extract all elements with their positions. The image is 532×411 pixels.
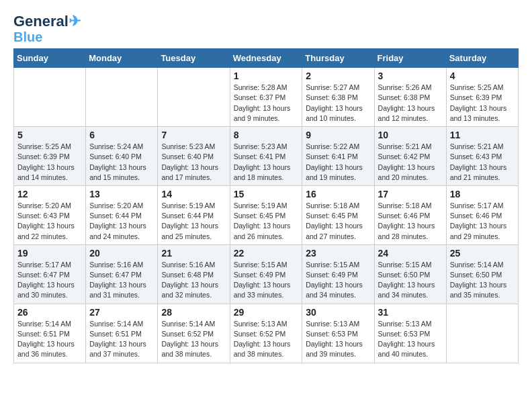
calendar-cell: 9Sunrise: 5:22 AM Sunset: 6:41 PM Daylig… [302, 127, 374, 186]
calendar-week-row: 1Sunrise: 5:28 AM Sunset: 6:37 PM Daylig… [14, 68, 519, 127]
calendar-cell: 8Sunrise: 5:23 AM Sunset: 6:41 PM Daylig… [230, 127, 302, 186]
calendar-cell: 31Sunrise: 5:13 AM Sunset: 6:53 PM Dayli… [374, 304, 446, 363]
day-number: 15 [234, 189, 299, 199]
calendar-cell: 15Sunrise: 5:19 AM Sunset: 6:45 PM Dayli… [230, 185, 302, 244]
column-header-sunday: Sunday [14, 49, 86, 68]
day-number: 24 [378, 248, 443, 259]
day-detail: Sunrise: 5:19 AM Sunset: 6:45 PM Dayligh… [234, 201, 299, 242]
calendar-cell: 24Sunrise: 5:15 AM Sunset: 6:50 PM Dayli… [374, 244, 446, 304]
calendar-cell: 4Sunrise: 5:25 AM Sunset: 6:39 PM Daylig… [446, 68, 518, 127]
day-detail: Sunrise: 5:23 AM Sunset: 6:41 PM Dayligh… [234, 142, 299, 183]
day-detail: Sunrise: 5:16 AM Sunset: 6:47 PM Dayligh… [89, 260, 154, 301]
day-number: 8 [234, 130, 299, 140]
day-detail: Sunrise: 5:18 AM Sunset: 6:45 PM Dayligh… [306, 201, 370, 242]
day-number: 22 [234, 248, 299, 259]
column-header-monday: Monday [86, 49, 158, 68]
day-detail: Sunrise: 5:14 AM Sunset: 6:50 PM Dayligh… [450, 260, 515, 301]
calendar-cell: 5Sunrise: 5:25 AM Sunset: 6:39 PM Daylig… [14, 127, 86, 186]
calendar-cell [158, 68, 230, 127]
day-detail: Sunrise: 5:21 AM Sunset: 6:42 PM Dayligh… [378, 142, 443, 183]
calendar-cell: 29Sunrise: 5:13 AM Sunset: 6:52 PM Dayli… [230, 304, 302, 363]
day-detail: Sunrise: 5:15 AM Sunset: 6:49 PM Dayligh… [306, 260, 370, 301]
day-number: 12 [17, 189, 82, 199]
day-number: 2 [306, 71, 370, 81]
day-number: 9 [306, 130, 370, 140]
day-detail: Sunrise: 5:17 AM Sunset: 6:46 PM Dayligh… [450, 201, 515, 242]
calendar-table: SundayMondayTuesdayWednesdayThursdayFrid… [13, 48, 519, 363]
day-number: 6 [89, 130, 154, 140]
day-detail: Sunrise: 5:13 AM Sunset: 6:52 PM Dayligh… [234, 319, 299, 360]
calendar-cell: 21Sunrise: 5:16 AM Sunset: 6:48 PM Dayli… [158, 244, 230, 304]
calendar-cell [446, 304, 518, 363]
day-detail: Sunrise: 5:20 AM Sunset: 6:44 PM Dayligh… [89, 201, 154, 242]
day-number: 10 [378, 130, 443, 140]
calendar-week-row: 19Sunrise: 5:17 AM Sunset: 6:47 PM Dayli… [14, 244, 519, 304]
day-number: 7 [161, 130, 226, 140]
day-detail: Sunrise: 5:24 AM Sunset: 6:40 PM Dayligh… [89, 142, 154, 183]
day-detail: Sunrise: 5:28 AM Sunset: 6:37 PM Dayligh… [234, 83, 299, 124]
day-number: 21 [161, 248, 226, 259]
day-detail: Sunrise: 5:16 AM Sunset: 6:48 PM Dayligh… [161, 260, 226, 301]
calendar-cell: 18Sunrise: 5:17 AM Sunset: 6:46 PM Dayli… [446, 185, 518, 244]
day-number: 18 [450, 189, 515, 199]
calendar-cell: 17Sunrise: 5:18 AM Sunset: 6:46 PM Dayli… [374, 185, 446, 244]
day-detail: Sunrise: 5:14 AM Sunset: 6:51 PM Dayligh… [17, 319, 82, 360]
day-detail: Sunrise: 5:18 AM Sunset: 6:46 PM Dayligh… [378, 201, 443, 242]
day-detail: Sunrise: 5:15 AM Sunset: 6:50 PM Dayligh… [378, 260, 443, 301]
day-number: 26 [17, 307, 82, 318]
logo-text: General✈ [13, 13, 81, 30]
day-detail: Sunrise: 5:19 AM Sunset: 6:44 PM Dayligh… [161, 201, 226, 242]
calendar-week-row: 5Sunrise: 5:25 AM Sunset: 6:39 PM Daylig… [14, 127, 519, 186]
calendar-header-row: SundayMondayTuesdayWednesdayThursdayFrid… [14, 49, 519, 68]
calendar-cell [14, 68, 86, 127]
calendar-cell: 27Sunrise: 5:14 AM Sunset: 6:51 PM Dayli… [86, 304, 158, 363]
day-number: 13 [89, 189, 154, 199]
day-number: 28 [161, 307, 226, 318]
day-number: 27 [89, 307, 154, 318]
day-number: 20 [89, 248, 154, 259]
day-detail: Sunrise: 5:21 AM Sunset: 6:43 PM Dayligh… [450, 142, 515, 183]
day-detail: Sunrise: 5:26 AM Sunset: 6:38 PM Dayligh… [378, 83, 443, 124]
day-number: 29 [234, 307, 299, 318]
day-number: 16 [306, 189, 370, 199]
day-number: 23 [306, 248, 370, 259]
calendar-cell: 13Sunrise: 5:20 AM Sunset: 6:44 PM Dayli… [86, 185, 158, 244]
day-number: 3 [378, 71, 443, 81]
calendar-cell: 3Sunrise: 5:26 AM Sunset: 6:38 PM Daylig… [374, 68, 446, 127]
day-number: 1 [234, 71, 299, 81]
day-number: 19 [17, 248, 82, 259]
calendar-cell: 6Sunrise: 5:24 AM Sunset: 6:40 PM Daylig… [86, 127, 158, 186]
calendar-cell: 1Sunrise: 5:28 AM Sunset: 6:37 PM Daylig… [230, 68, 302, 127]
calendar-cell: 14Sunrise: 5:19 AM Sunset: 6:44 PM Dayli… [158, 185, 230, 244]
calendar-cell: 10Sunrise: 5:21 AM Sunset: 6:42 PM Dayli… [374, 127, 446, 186]
logo: General✈ Blue [13, 13, 81, 44]
day-detail: Sunrise: 5:13 AM Sunset: 6:53 PM Dayligh… [378, 319, 443, 360]
day-detail: Sunrise: 5:14 AM Sunset: 6:52 PM Dayligh… [161, 319, 226, 360]
calendar-week-row: 12Sunrise: 5:20 AM Sunset: 6:43 PM Dayli… [14, 185, 519, 244]
calendar-cell: 22Sunrise: 5:15 AM Sunset: 6:49 PM Dayli… [230, 244, 302, 304]
day-detail: Sunrise: 5:25 AM Sunset: 6:39 PM Dayligh… [450, 83, 515, 124]
calendar-cell: 23Sunrise: 5:15 AM Sunset: 6:49 PM Dayli… [302, 244, 374, 304]
day-detail: Sunrise: 5:22 AM Sunset: 6:41 PM Dayligh… [306, 142, 370, 183]
column-header-wednesday: Wednesday [230, 49, 302, 68]
day-number: 25 [450, 248, 515, 259]
day-detail: Sunrise: 5:23 AM Sunset: 6:40 PM Dayligh… [161, 142, 226, 183]
calendar-cell: 16Sunrise: 5:18 AM Sunset: 6:45 PM Dayli… [302, 185, 374, 244]
column-header-friday: Friday [374, 49, 446, 68]
calendar-cell [86, 68, 158, 127]
day-detail: Sunrise: 5:17 AM Sunset: 6:47 PM Dayligh… [17, 260, 82, 301]
day-detail: Sunrise: 5:13 AM Sunset: 6:53 PM Dayligh… [306, 319, 370, 360]
calendar-cell: 26Sunrise: 5:14 AM Sunset: 6:51 PM Dayli… [14, 304, 86, 363]
day-number: 14 [161, 189, 226, 199]
day-number: 11 [450, 130, 515, 140]
column-header-thursday: Thursday [302, 49, 374, 68]
calendar-cell: 20Sunrise: 5:16 AM Sunset: 6:47 PM Dayli… [86, 244, 158, 304]
day-detail: Sunrise: 5:25 AM Sunset: 6:39 PM Dayligh… [17, 142, 82, 183]
day-number: 30 [306, 307, 370, 318]
day-number: 5 [17, 130, 82, 140]
page-header: General✈ Blue [13, 13, 519, 44]
column-header-saturday: Saturday [446, 49, 518, 68]
day-number: 31 [378, 307, 443, 318]
day-detail: Sunrise: 5:20 AM Sunset: 6:43 PM Dayligh… [17, 201, 82, 242]
calendar-week-row: 26Sunrise: 5:14 AM Sunset: 6:51 PM Dayli… [14, 304, 519, 363]
